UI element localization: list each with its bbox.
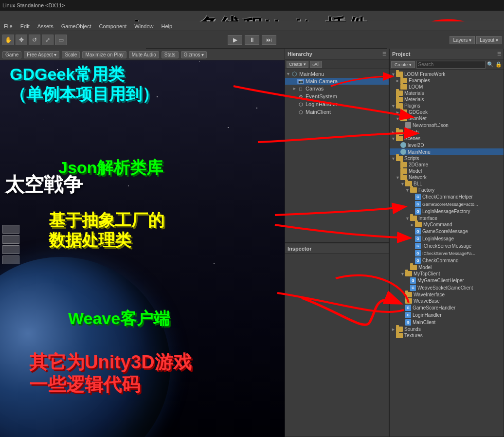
- proj-interface-label: Interface: [418, 216, 437, 221]
- proj-jsonnet-label: JsonNet: [409, 116, 427, 121]
- hier-search-btn[interactable]: ⌕All: [310, 61, 322, 68]
- proj-textures[interactable]: Textures: [390, 332, 504, 339]
- proj-icheckserver[interactable]: G ICheckServerMessage: [390, 242, 504, 250]
- proj-bll[interactable]: ▼ BLL: [390, 181, 504, 187]
- proj-mainmenu-label: MainMenu: [408, 149, 431, 155]
- title-bar-text: Linux Standalone <DX11>: [2, 2, 65, 8]
- hier-mainmenu-label: MainMenu: [299, 71, 324, 77]
- proj-prefab[interactable]: ► Prefab: [390, 129, 504, 135]
- hier-maincamera[interactable]: 📷 Main Camera: [285, 78, 389, 85]
- hier-mainmenu[interactable]: ▼ ⬡ MainMenu: [285, 70, 389, 78]
- proj-checkcommand-label: CheckCommand: [422, 258, 458, 263]
- proj-jsonnet[interactable]: ▼ JsonNet: [390, 115, 504, 122]
- proj-loom-framework[interactable]: ▼ LOOM FrameWork: [390, 71, 504, 77]
- game-tab[interactable]: Game: [2, 51, 21, 58]
- mute-btn[interactable]: Mute Audio: [129, 51, 159, 58]
- proj-loginmsg-label: LoginMessage: [422, 236, 454, 241]
- hier-mainclient[interactable]: ⬡ MainClient: [285, 108, 389, 116]
- gizmos-btn[interactable]: Gizmos ▾: [181, 51, 207, 58]
- proj-model-scripts[interactable]: Model: [390, 168, 504, 174]
- project-toolbar: Create ▾ 🔍 🔒: [390, 59, 504, 70]
- proj-search-icon[interactable]: 🔍: [487, 61, 494, 68]
- proj-newtonsoft[interactable]: Newtonsoft.Json: [390, 122, 504, 129]
- proj-mycommand[interactable]: ► MyCommand: [390, 221, 504, 228]
- hier-canvas[interactable]: ► □ Canvas: [285, 85, 389, 92]
- maximize-btn[interactable]: Maximize on Play: [82, 51, 126, 58]
- proj-scripts[interactable]: ▼ Scripts: [390, 155, 504, 162]
- proj-meterials[interactable]: Meterials: [390, 96, 504, 103]
- hier-loginhandler[interactable]: ⬡ LoginHandler: [285, 100, 389, 108]
- proj-lock-icon[interactable]: 🔒: [495, 61, 502, 68]
- stats-btn[interactable]: Stats: [162, 51, 179, 58]
- proj-materials[interactable]: Materials: [390, 90, 504, 96]
- space-war-text: 太空戦争: [5, 171, 83, 198]
- proj-mainmenu[interactable]: MainMenu: [390, 148, 504, 155]
- proj-weavebase[interactable]: WeaveBase: [390, 298, 504, 304]
- inspector-panel: Inspector: [285, 243, 389, 437]
- proj-scenes[interactable]: ▼ Scenes: [390, 135, 504, 142]
- script-icon: G: [415, 250, 421, 256]
- layout-dropdown[interactable]: Layout ▾: [476, 36, 502, 44]
- rect-tool-btn[interactable]: ▭: [55, 35, 67, 45]
- step-button[interactable]: ⏭: [262, 35, 276, 45]
- proj-level2d[interactable]: level2D: [390, 142, 504, 148]
- menu-component[interactable]: Component: [97, 23, 128, 29]
- menu-file[interactable]: File: [2, 23, 14, 29]
- menu-assets[interactable]: Assets: [36, 23, 55, 29]
- proj-mytcpclient[interactable]: ▼ MyTcpClient: [390, 271, 504, 277]
- menu-window[interactable]: Window: [133, 23, 155, 29]
- proj-create-btn[interactable]: Create ▾: [391, 61, 415, 68]
- script-icon: G: [405, 312, 411, 318]
- proj-loginhandler[interactable]: G LoginHandler: [390, 311, 504, 319]
- layers-dropdown[interactable]: Layers ▾: [450, 36, 475, 44]
- proj-factory[interactable]: ▼ Factory: [390, 187, 504, 193]
- proj-login-factory[interactable]: G LoginMessageFactory: [390, 208, 504, 215]
- script-icon: G: [415, 194, 421, 200]
- scale-tool-btn[interactable]: ⤢: [42, 35, 54, 45]
- proj-mainclient-script[interactable]: G MainClient: [390, 319, 504, 326]
- proj-examples[interactable]: ► Examples: [390, 77, 504, 84]
- hier-scene-icon: ⬡: [291, 71, 298, 77]
- play-button[interactable]: ▶: [228, 35, 242, 45]
- proj-model-scripts-label: Model: [409, 168, 422, 174]
- script-icon: G: [415, 201, 421, 207]
- title-bar: Linux Standalone <DX11>: [0, 0, 504, 11]
- folder-icon: [400, 116, 407, 121]
- menu-help[interactable]: Help: [160, 23, 174, 29]
- proj-scripts-label: Scripts: [404, 156, 419, 161]
- pause-button[interactable]: ⏸: [245, 35, 259, 45]
- proj-icheckservermsgfa[interactable]: G ICheckServerMessageFa...: [390, 250, 504, 257]
- proj-checkcommandhelper[interactable]: G CheckCommandHelper: [390, 193, 504, 200]
- hier-create-btn[interactable]: Create ▾: [287, 61, 308, 68]
- hier-login-icon: ⬡: [297, 101, 304, 108]
- hierarchy-header: Hierarchy ☰: [285, 49, 389, 59]
- proj-search-input[interactable]: [416, 61, 486, 69]
- proj-gamescoremsg[interactable]: G GameScoreMessage: [390, 228, 504, 235]
- proj-interface[interactable]: ▼ Interface: [390, 215, 504, 221]
- proj-sounds[interactable]: ► Sounds: [390, 326, 504, 332]
- proj-loginmsg[interactable]: G LoginMessage: [390, 235, 504, 242]
- menu-gameobject[interactable]: GameObject: [60, 23, 93, 29]
- menu-edit[interactable]: Edit: [19, 23, 31, 29]
- proj-plugins-label: Plugins: [404, 103, 420, 109]
- factory-text: 基于抽象工厂的数据处理类: [49, 210, 164, 250]
- proj-2dgame[interactable]: 2DGame: [390, 162, 504, 168]
- hier-camera-icon: 📷: [297, 79, 304, 84]
- proj-gamescorehandler[interactable]: G GameScoreHandler: [390, 304, 504, 311]
- proj-gamescorehandler-label: GameScoreHandler: [413, 305, 455, 310]
- script-icon: G: [410, 277, 416, 284]
- proj-checkcommand[interactable]: G CheckCommand: [390, 257, 504, 264]
- rotate-tool-btn[interactable]: ↺: [29, 35, 40, 45]
- hand-tool-btn[interactable]: ✋: [2, 35, 14, 45]
- proj-gamescoremsg-label: GameScoreMessage: [422, 229, 468, 234]
- game-view: Game Free Aspect ▾ Scale Maximize on Pla…: [0, 50, 285, 437]
- proj-mygameclienthelper[interactable]: G MyGameClientHelper: [390, 277, 504, 284]
- proj-gdgeek[interactable]: ► GDGeek: [390, 109, 504, 115]
- proj-plugins[interactable]: ▼ Plugins: [390, 103, 504, 109]
- free-aspect-dropdown[interactable]: Free Aspect ▾: [24, 51, 59, 58]
- hier-eventsystem[interactable]: ⚙ EventSystem: [285, 92, 389, 100]
- hier-eventsystem-label: EventSystem: [306, 93, 337, 99]
- proj-gamescore-factory[interactable]: G GameScoreMessageFacto...: [390, 200, 504, 208]
- proj-loom[interactable]: LOOM: [390, 84, 504, 90]
- move-tool-btn[interactable]: ✥: [16, 35, 27, 45]
